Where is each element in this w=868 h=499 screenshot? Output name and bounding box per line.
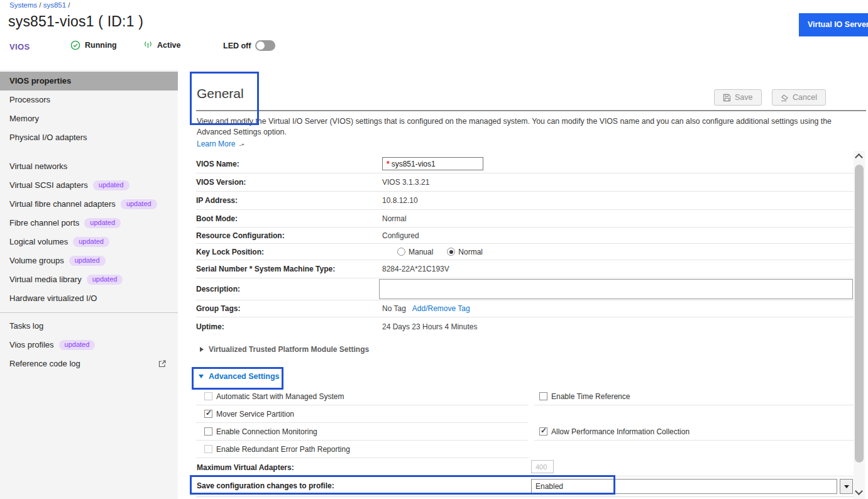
partition-type-label: VIOS — [9, 42, 30, 52]
sidebar-item-logical-volumes[interactable]: Logical volumesupdated — [0, 233, 178, 251]
check-circle-icon — [70, 40, 80, 50]
mover-service-checkbox[interactable] — [204, 410, 212, 418]
sidebar-item-processors[interactable]: Processors — [0, 90, 178, 109]
field-label: Boot Mode: — [196, 214, 382, 223]
row-group-tags: Group Tags: No Tag Add/Remove Tag — [196, 300, 854, 317]
radio-normal[interactable] — [447, 248, 455, 256]
general-settings-form: VIOS Name: * sys851-vios1 VIOS Version: … — [196, 155, 854, 336]
cancel-button[interactable]: Cancel — [772, 89, 826, 106]
breadcrumb-link-sys851[interactable]: sys851 — [43, 1, 66, 9]
sidebar-item-label: Volume groups — [9, 256, 64, 265]
redundant-error-path-checkbox[interactable] — [204, 445, 212, 453]
save-button[interactable]: Save — [714, 89, 762, 106]
automatic-start-checkbox[interactable] — [204, 392, 212, 400]
sidebar-item-virtual-scsi-adapters[interactable]: Virtual SCSI adaptersupdated — [0, 176, 178, 195]
updated-badge: updated — [59, 340, 96, 350]
breadcrumb-separator: / — [68, 1, 70, 9]
run-state: Running — [70, 40, 117, 50]
sidebar-item-label: Virtual networks — [9, 162, 67, 171]
sidebar-item-label: Reference code log — [9, 359, 80, 368]
sidebar-item-label: Fibre channel ports — [9, 218, 79, 228]
save-button-label: Save — [735, 93, 753, 102]
updated-badge: updated — [87, 275, 123, 285]
sidebar-item-vios-properties[interactable]: VIOS properties — [0, 72, 178, 90]
attention-state: Active — [143, 40, 181, 50]
sidebar-item-hardware-virtualized-io[interactable]: Hardware virtualized I/O — [0, 289, 178, 308]
add-remove-tag-link[interactable]: Add/Remove Tag — [412, 304, 470, 313]
sidebar-item-reference-code-log[interactable]: Reference code log — [0, 354, 178, 373]
checkbox-row-redundant-error-path: Enable Redundant Error Path Reporting — [196, 441, 528, 458]
required-asterisk: * — [387, 160, 390, 168]
radio-manual-label: Manual — [409, 248, 433, 256]
row-ip-address: IP Address: 10.8.12.10 — [196, 192, 854, 210]
max-virtual-adapters-label: Maximum Virtual Adapters: — [197, 463, 294, 472]
field-label: VIOS Version: — [196, 178, 382, 187]
serial-number-value: 8284-22A*21C193V — [382, 265, 449, 273]
row-resource-configuration: Resource Configuration: Configured — [196, 228, 854, 244]
boot-mode-value: Normal — [382, 214, 407, 223]
sidebar-item-label: Hardware virtualized I/O — [9, 293, 97, 303]
sidebar-item-memory[interactable]: Memory — [0, 109, 178, 128]
led-toggle[interactable] — [255, 40, 275, 51]
sidebar-item-vios-profiles[interactable]: Vios profilesupdated — [0, 336, 178, 354]
checkbox-label: Allow Performance Information Collection — [551, 427, 689, 436]
row-divider — [196, 496, 854, 497]
field-label: Description: — [196, 285, 382, 293]
advanced-settings-right-column: Enable Time Reference Allow Performance … — [534, 388, 854, 441]
section-description: View and modify the Virtual I/O Server (… — [197, 116, 845, 137]
radio-manual[interactable] — [397, 248, 405, 256]
sidebar-item-fibre-channel-ports[interactable]: Fibre channel portsupdated — [0, 214, 178, 233]
row-divider — [196, 476, 854, 476]
antenna-icon — [143, 40, 153, 50]
resource-configuration-value: Configured — [382, 231, 419, 240]
field-label: VIOS Name: — [196, 160, 382, 168]
sidebar-item-virtual-networks[interactable]: Virtual networks — [0, 157, 178, 176]
vios-properties-page: Systems / sys851 / sys851-vios1 ( ID:1 )… — [0, 0, 868, 499]
breadcrumb-link-systems[interactable]: Systems — [9, 1, 37, 9]
row-serial-number: Serial Number * System Machine Type: 828… — [196, 260, 854, 278]
breadcrumb: Systems / sys851 / — [9, 1, 70, 9]
vios-name-input[interactable]: * sys851-vios1 — [382, 157, 483, 170]
checkbox-label: Enable Time Reference — [551, 392, 630, 401]
connection-monitoring-checkbox[interactable] — [204, 427, 212, 436]
description-input[interactable] — [379, 279, 853, 299]
arrow-icon: → — [236, 138, 246, 149]
scroll-up-icon[interactable] — [855, 153, 863, 162]
ip-address-value: 10.8.12.10 — [382, 196, 418, 205]
sidebar-item-volume-groups[interactable]: Volume groupsupdated — [0, 251, 178, 270]
advanced-settings-toggle[interactable]: Advanced Settings — [199, 372, 280, 381]
learn-more-link[interactable]: Learn More→ — [197, 139, 245, 148]
dropdown-arrow-icon — [844, 485, 849, 488]
save-profile-select[interactable]: Enabled — [531, 479, 837, 494]
virtual-io-server-button[interactable]: Virtual IO Server — [799, 13, 868, 36]
performance-collection-checkbox[interactable] — [539, 427, 547, 436]
updated-badge: updated — [73, 237, 109, 247]
checkbox-row-automatic-start: Automatic Start with Managed System — [196, 388, 528, 405]
sidebar-item-label: VIOS properties — [9, 76, 71, 85]
vios-name-value: sys851-vios1 — [392, 160, 436, 168]
field-label: IP Address: — [196, 196, 382, 205]
sidebar-item-label: Virtual SCSI adapters — [9, 180, 88, 190]
chevron-down-icon — [199, 375, 204, 378]
sidebar-item-label: Virtual media library — [9, 275, 82, 284]
vertical-scrollbar[interactable] — [854, 151, 865, 499]
vtpm-section-toggle[interactable]: Virtualized Trusted Platform Module Sett… — [200, 345, 369, 354]
sidebar-item-tasks-log[interactable]: Tasks log — [0, 317, 178, 336]
sidebar-item-virtual-fibre-channel-adapters[interactable]: Virtual fibre channel adaptersupdated — [0, 195, 178, 214]
advanced-settings-left-column: Automatic Start with Managed System Move… — [196, 388, 528, 458]
field-label: Serial Number * System Machine Type: — [196, 265, 382, 273]
time-reference-checkbox[interactable] — [539, 392, 547, 400]
eraser-icon — [781, 94, 789, 102]
uptime-value: 24 Days 23 Hours 4 Minutes — [382, 322, 477, 331]
scrollbar-thumb[interactable] — [855, 165, 864, 463]
max-virtual-adapters-input[interactable]: 400 — [531, 460, 554, 473]
sidebar-item-physical-io-adapters[interactable]: Physical I/O adapters — [0, 128, 178, 147]
scroll-down-icon[interactable] — [855, 487, 863, 495]
vtpm-section-label: Virtualized Trusted Platform Module Sett… — [209, 345, 369, 354]
led-label: LED off — [223, 41, 251, 50]
save-profile-dropdown-button[interactable] — [840, 479, 853, 494]
page-title: sys851-vios1 ( ID:1 ) — [8, 13, 143, 30]
field-label: Resource Configuration: — [196, 231, 382, 240]
vios-version-value: VIOS 3.1.3.21 — [382, 178, 429, 187]
sidebar-item-virtual-media-library[interactable]: Virtual media libraryupdated — [0, 270, 178, 289]
